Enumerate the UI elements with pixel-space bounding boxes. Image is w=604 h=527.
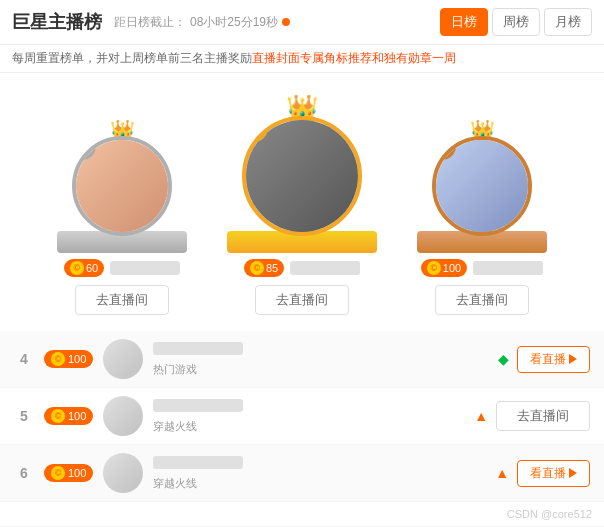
countdown-label: 距日榜截止： xyxy=(114,14,186,31)
streamer-name-blur-2 xyxy=(110,261,180,275)
coin-badge-1: © 85 xyxy=(244,259,284,277)
list-rank-6: 6 xyxy=(14,465,34,481)
list-avatar-4 xyxy=(103,339,143,379)
watch-btn-6[interactable]: 看直播 xyxy=(517,460,590,487)
streamer-info-2: © 60 xyxy=(64,259,180,277)
coin-amount-1: 85 xyxy=(266,262,278,274)
list-actions-5: ▲ 去直播间 xyxy=(474,401,590,431)
list-avatar-5 xyxy=(103,396,143,436)
coin-icon-3: © xyxy=(427,261,441,275)
visit-btn-1[interactable]: 去直播间 xyxy=(255,285,349,315)
list-coin-amount-4: 100 xyxy=(68,353,86,365)
visit-btn-2[interactable]: 去直播间 xyxy=(75,285,169,315)
play-icon-4 xyxy=(569,354,577,364)
list-actions-6: ▲ 看直播 xyxy=(495,460,590,487)
header: 巨星主播榜 距日榜截止： 08小时25分19秒 日榜 周榜 月榜 xyxy=(0,0,604,45)
page-title: 巨星主播榜 xyxy=(12,10,102,34)
list-coin-5: © 100 xyxy=(44,407,93,425)
list-coin-amount-6: 100 xyxy=(68,467,86,479)
list-section: 4 © 100 热门游戏 ◆ 看直播 5 © 100 xyxy=(0,331,604,502)
tab-daily[interactable]: 日榜 xyxy=(440,8,488,36)
notice-link[interactable]: 直播封面专属角标推荐和独有勋章一周 xyxy=(252,51,456,65)
list-coin-icon-4: © xyxy=(51,352,65,366)
streamer-info-3: © 100 xyxy=(421,259,543,277)
streamer-info-1: © 85 xyxy=(244,259,360,277)
top-item-2: 👑 2 © 60 去直播间 xyxy=(37,118,207,315)
list-name-4 xyxy=(153,342,243,355)
list-coin-icon-6: © xyxy=(51,466,65,480)
top-item-3: 👑 3 © 100 去直播间 xyxy=(397,118,567,315)
coin-amount-3: 100 xyxy=(443,262,461,274)
avatar-container-3: 👑 3 xyxy=(432,118,532,236)
watch-label-4: 看直播 xyxy=(530,351,566,368)
watch-btn-4[interactable]: 看直播 xyxy=(517,346,590,373)
watch-label-6: 看直播 xyxy=(530,465,566,482)
notice-bar: 每周重置榜单，并对上周榜单前三名主播奖励直播封面专属角标推荐和独有勋章一周 xyxy=(0,45,604,73)
list-category-4: 热门游戏 xyxy=(153,363,197,375)
list-category-5: 穿越火线 xyxy=(153,420,197,432)
avatar-container-1: 👑 1 xyxy=(242,93,362,236)
coin-amount-2: 60 xyxy=(86,262,98,274)
list-rank-5: 5 xyxy=(14,408,34,424)
top-item-1: 👑 1 © 85 去直播间 xyxy=(217,93,387,315)
streamer-name-blur-1 xyxy=(290,261,360,275)
coin-icon-2: © xyxy=(70,261,84,275)
list-coin-icon-5: © xyxy=(51,409,65,423)
coin-badge-3: © 100 xyxy=(421,259,467,277)
list-avatar-6 xyxy=(103,453,143,493)
play-icon-6 xyxy=(569,468,577,478)
list-category-6: 穿越火线 xyxy=(153,477,197,489)
list-info-6: 穿越火线 xyxy=(153,456,485,491)
main-container: 巨星主播榜 距日榜截止： 08小时25分19秒 日榜 周榜 月榜 每周重置榜单，… xyxy=(0,0,604,526)
coin-badge-2: © 60 xyxy=(64,259,104,277)
avatar-2: 2 xyxy=(72,136,172,236)
list-info-4: 热门游戏 xyxy=(153,342,488,377)
list-coin-6: © 100 xyxy=(44,464,93,482)
list-item-6: 6 © 100 穿越火线 ▲ 看直播 xyxy=(0,445,604,502)
list-info-5: 穿越火线 xyxy=(153,399,464,434)
tab-weekly[interactable]: 周榜 xyxy=(492,8,540,36)
avatar-container-2: 👑 2 xyxy=(72,118,172,236)
list-name-6 xyxy=(153,456,243,469)
trend-icon-4: ◆ xyxy=(498,351,509,367)
list-item-5: 5 © 100 穿越火线 ▲ 去直播间 xyxy=(0,388,604,445)
notice-text1: 每周重置榜单，并对上周榜单前三名主播奖励 xyxy=(12,51,252,65)
countdown-value: 08小时25分19秒 xyxy=(190,14,278,31)
avatar-1: 1 xyxy=(242,116,362,236)
streamer-name-blur-3 xyxy=(473,261,543,275)
list-item-4: 4 © 100 热门游戏 ◆ 看直播 xyxy=(0,331,604,388)
tab-group: 日榜 周榜 月榜 xyxy=(440,8,592,36)
avatar-3: 3 xyxy=(432,136,532,236)
countdown-dot xyxy=(282,18,290,26)
list-coin-amount-5: 100 xyxy=(68,410,86,422)
top3-section: 👑 2 © 60 去直播间 👑 1 xyxy=(0,73,604,325)
list-coin-4: © 100 xyxy=(44,350,93,368)
tab-monthly[interactable]: 月榜 xyxy=(544,8,592,36)
watermark: CSDN @core512 xyxy=(0,502,604,526)
trend-icon-5: ▲ xyxy=(474,408,488,424)
list-name-5 xyxy=(153,399,243,412)
countdown: 距日榜截止： 08小时25分19秒 xyxy=(114,14,290,31)
trend-icon-6: ▲ xyxy=(495,465,509,481)
list-rank-4: 4 xyxy=(14,351,34,367)
visit-btn-3[interactable]: 去直播间 xyxy=(435,285,529,315)
list-actions-4: ◆ 看直播 xyxy=(498,346,590,373)
visit-btn-5[interactable]: 去直播间 xyxy=(496,401,590,431)
coin-icon-1: © xyxy=(250,261,264,275)
